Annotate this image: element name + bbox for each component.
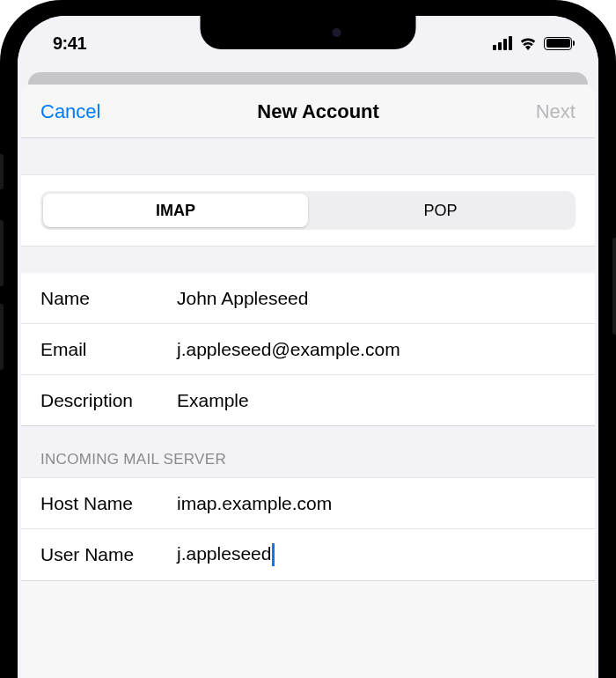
navigation-bar: Cancel New Account Next (21, 85, 595, 138)
notch (201, 16, 416, 49)
description-field[interactable]: Example (177, 390, 576, 411)
background-sheet (28, 72, 588, 85)
cellular-signal-icon (493, 36, 512, 50)
section-spacer (21, 247, 595, 273)
email-row[interactable]: Email j.appleseed@example.com (21, 324, 595, 375)
cancel-button[interactable]: Cancel (40, 100, 100, 123)
account-info-section: Name John Appleseed Email j.appleseed@ex… (21, 273, 595, 426)
email-label: Email (40, 339, 177, 360)
email-field[interactable]: j.appleseed@example.com (177, 339, 576, 360)
segment-imap[interactable]: IMAP (43, 194, 308, 227)
protocol-segmented-control: IMAP POP (40, 191, 576, 230)
page-title: New Account (257, 100, 379, 123)
volume-up-button (0, 220, 4, 286)
name-field[interactable]: John Appleseed (177, 288, 576, 309)
mute-switch (0, 154, 4, 189)
protocol-selector-row: IMAP POP (21, 175, 595, 247)
status-time: 9:41 (53, 33, 86, 54)
description-label: Description (40, 390, 177, 411)
incoming-server-header: INCOMING MAIL SERVER (21, 426, 595, 478)
front-camera (333, 28, 341, 37)
screen: 9:41 Cancel New Account Next (18, 16, 598, 678)
wifi-icon (518, 36, 538, 50)
section-spacer (21, 138, 595, 175)
description-row[interactable]: Description Example (21, 375, 595, 426)
username-label: User Name (40, 544, 177, 565)
phone-frame: 9:41 Cancel New Account Next (0, 0, 616, 678)
status-icons (493, 36, 572, 50)
modal-sheet: Cancel New Account Next IMAP POP Name Jo… (21, 85, 595, 678)
battery-icon (544, 37, 572, 50)
username-field[interactable]: j.appleseed (177, 543, 576, 566)
volume-down-button (0, 304, 4, 370)
power-button (612, 238, 616, 335)
hostname-label: Host Name (40, 493, 177, 514)
username-row[interactable]: User Name j.appleseed (21, 529, 595, 581)
segment-pop[interactable]: POP (308, 194, 573, 227)
name-row[interactable]: Name John Appleseed (21, 273, 595, 324)
hostname-field[interactable]: imap.example.com (177, 493, 576, 514)
incoming-server-section: Host Name imap.example.com User Name j.a… (21, 478, 595, 581)
name-label: Name (40, 288, 177, 309)
hostname-row[interactable]: Host Name imap.example.com (21, 478, 595, 529)
next-button[interactable]: Next (536, 100, 576, 123)
